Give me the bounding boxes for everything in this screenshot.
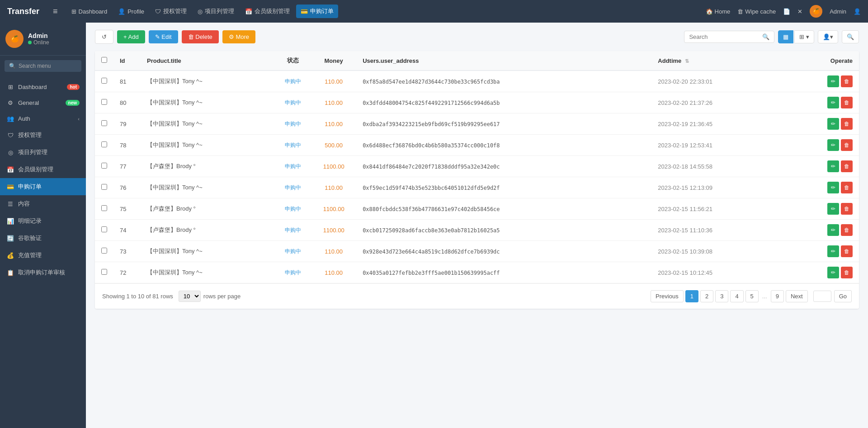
delete-row-button[interactable]: 🗑 (841, 160, 853, 172)
sidebar-item-recharge-manage[interactable]: 💰 充值管理 (0, 247, 86, 264)
nav-wipe-cache[interactable]: 🗑 Wipe cache (737, 8, 776, 15)
hamburger-icon[interactable]: ≡ (53, 7, 58, 16)
edit-row-button[interactable]: ✏ (827, 75, 839, 87)
row-product-title: 【卢森堡】Brody ° (141, 156, 275, 177)
sidebar-item-general[interactable]: ⚙ General new (0, 95, 86, 111)
nav-icon2[interactable]: ✕ (797, 8, 802, 15)
page-2-button[interactable]: 2 (700, 290, 713, 302)
select-all-checkbox[interactable] (101, 57, 107, 63)
admin-avatar: 🍊 (810, 5, 822, 18)
delete-row-button[interactable]: 🗑 (841, 224, 853, 236)
edit-button[interactable]: ✎ Edit (149, 30, 178, 43)
row-addtime: 2023-02-18 14:55:58 (651, 156, 784, 177)
sidebar-item-dashboard[interactable]: ⊞ Dashboard hot (0, 79, 86, 95)
row-address: 0x928e43d723e664c4a8519c1d8d62dfce7b6939… (356, 241, 651, 262)
row-check[interactable] (95, 156, 113, 177)
delete-row-button[interactable]: 🗑 (841, 75, 853, 87)
sidebar-item-content[interactable]: ☰ 内容 (0, 195, 86, 212)
delete-row-button[interactable]: 🗑 (841, 267, 853, 278)
row-check[interactable] (95, 241, 113, 262)
edit-row-button[interactable]: ✏ (827, 118, 839, 130)
nav-link-profile[interactable]: 👤Profile (113, 5, 149, 18)
delete-row-button[interactable]: 🗑 (841, 118, 853, 130)
nav-icon1[interactable]: 📄 (783, 8, 790, 15)
nav-link-project-list[interactable]: ◎项目列管理 (193, 5, 239, 18)
sidebar-search-box[interactable]: 🔍 (5, 60, 81, 72)
page-1-button[interactable]: 1 (685, 290, 698, 302)
row-status: 申购中 (275, 92, 311, 113)
row-check[interactable] (95, 92, 113, 113)
sidebar-item-subscription-order[interactable]: 💳 申购订单 (0, 178, 86, 195)
sidebar-item-project-list[interactable]: ◎ 项目列管理 (0, 144, 86, 161)
edit-row-button[interactable]: ✏ (827, 245, 839, 257)
row-check[interactable] (95, 135, 113, 156)
row-id: 74 (113, 220, 141, 241)
view-grid-button[interactable]: ⊞ ▾ (794, 30, 814, 43)
nav-admin[interactable]: Admin (830, 8, 846, 15)
nav-home[interactable]: 🏠 Home (706, 8, 731, 15)
rows-per-page: 10 25 50 rows per page (179, 291, 241, 302)
row-check[interactable] (95, 71, 113, 92)
delete-button[interactable]: 🗑 Delete (182, 30, 219, 43)
delete-row-button[interactable]: 🗑 (841, 203, 853, 215)
nav-link-subscription[interactable]: 💳申购订单 (296, 5, 338, 18)
page-go-input[interactable] (813, 291, 831, 302)
add-button[interactable]: + Add (117, 30, 145, 43)
search-action-button[interactable]: 🔍 (842, 30, 859, 43)
more-button[interactable]: ⚙ More (222, 30, 255, 43)
row-money: 110.00 (311, 262, 356, 283)
page-3-button[interactable]: 3 (715, 290, 728, 302)
row-check[interactable] (95, 113, 113, 135)
next-button[interactable]: Next (786, 290, 808, 302)
content-icon: ☰ (6, 201, 14, 207)
row-address: 0x8441df86484e7c2020f71838dddf95a32e342e… (356, 156, 651, 177)
nav-link-auth-manage[interactable]: 🛡授权管理 (151, 5, 191, 18)
delete-row-button[interactable]: 🗑 (841, 97, 853, 108)
edit-row-button[interactable]: ✏ (827, 139, 839, 151)
edit-row-button[interactable]: ✏ (827, 224, 839, 236)
row-check[interactable] (95, 177, 113, 198)
sidebar-item-auth-manage[interactable]: 🛡 授权管理 (0, 127, 86, 144)
sidebar-search-input[interactable] (19, 63, 77, 69)
page-5-button[interactable]: 5 (745, 290, 759, 302)
edit-row-button[interactable]: ✏ (827, 97, 839, 108)
sidebar-status: Online (28, 39, 49, 46)
delete-row-button[interactable]: 🗑 (841, 139, 853, 151)
page-4-button[interactable]: 4 (730, 290, 743, 302)
sidebar-item-member-level[interactable]: 📅 会员级别管理 (0, 161, 86, 178)
row-check[interactable] (95, 262, 113, 283)
edit-row-button[interactable]: ✏ (827, 160, 839, 172)
edit-row-button[interactable]: ✏ (827, 203, 839, 215)
delete-row-button[interactable]: 🗑 (841, 182, 853, 193)
sidebar-item-label: 谷歌验证 (18, 234, 42, 242)
sidebar-item-cancel-subscription[interactable]: 📋 取消申购订单审核 (0, 264, 86, 281)
user-view-button[interactable]: 👤▾ (818, 30, 838, 43)
delete-row-button[interactable]: 🗑 (841, 245, 853, 257)
refresh-button[interactable]: ↺ (95, 30, 113, 44)
row-addtime: 2023-02-15 12:13:09 (651, 177, 784, 198)
row-money: 110.00 (311, 241, 356, 262)
project-list-icon: ◎ (6, 149, 14, 156)
page-go-button[interactable]: Go (834, 290, 852, 302)
search-box[interactable]: 🔍 (684, 31, 774, 43)
nav-link-dashboard[interactable]: ⊞Dashboard (67, 5, 112, 18)
sidebar-avatar: 🍊 (5, 30, 24, 48)
row-address: 0x880fcbddc538f36b47786631e97c402db58456… (356, 198, 651, 220)
row-money: 1100.00 (311, 198, 356, 220)
search-input[interactable] (689, 33, 760, 40)
sidebar-item-auth[interactable]: 👥 Auth ‹ (0, 111, 86, 127)
member-level-icon: 📅 (6, 166, 14, 173)
page-9-button[interactable]: 9 (771, 290, 784, 302)
rows-per-page-select[interactable]: 10 25 50 (179, 291, 201, 302)
nav-user-icon[interactable]: 👤 (854, 8, 861, 15)
edit-row-button[interactable]: ✏ (827, 182, 839, 193)
prev-button[interactable]: Previous (651, 290, 684, 302)
row-check[interactable] (95, 198, 113, 220)
edit-row-button[interactable]: ✏ (827, 267, 839, 278)
nav-link-member-level[interactable]: 📅会员级别管理 (241, 5, 294, 18)
sidebar-item-detail-records[interactable]: 📊 明细记录 (0, 212, 86, 230)
row-product-title: 【中国深圳】Tony ^~ (141, 262, 275, 283)
sidebar-item-google-auth[interactable]: 🔄 谷歌验证 (0, 230, 86, 247)
row-check[interactable] (95, 220, 113, 241)
view-list-button[interactable]: ▦ (778, 30, 793, 43)
